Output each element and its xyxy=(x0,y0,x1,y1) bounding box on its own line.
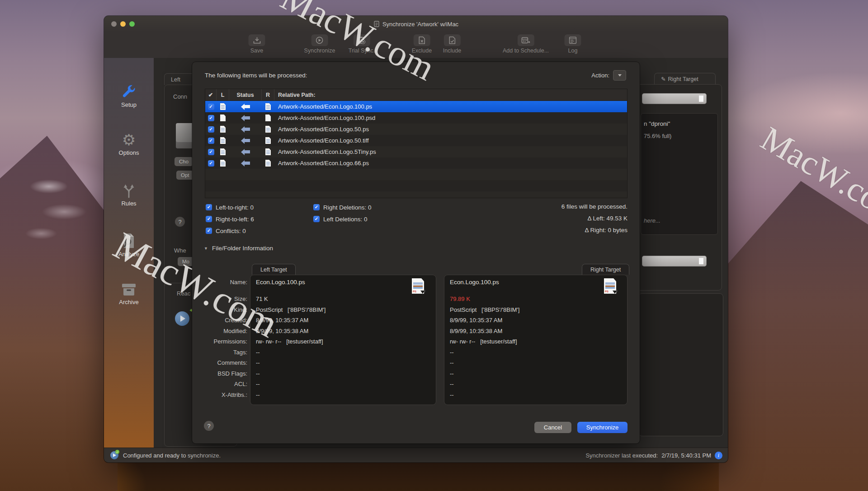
file-icon xyxy=(265,103,271,110)
file-folder-info-disclosure[interactable]: ▼ File/Folder Information xyxy=(204,245,273,252)
table-row[interactable]: Artwork-Assorted/Econ.Logo.66.ps xyxy=(205,157,627,169)
left-target-tab[interactable]: Left Target xyxy=(252,264,296,275)
options-popup-button[interactable]: Opt xyxy=(176,171,194,180)
right-target-dropdown[interactable] xyxy=(642,93,707,104)
table-row[interactable]: Artwork-Assorted/Econ.Logo.50.ps xyxy=(205,124,627,135)
info-row-label: Modified: xyxy=(223,328,247,334)
delta-right-text: Δ Right: 0 bytes xyxy=(561,227,627,235)
checkbox-icon[interactable] xyxy=(206,216,212,222)
info-right-value: Econ.Logo.100.ps xyxy=(450,279,499,286)
right-target-dropdown-2[interactable] xyxy=(642,256,707,267)
info-row-label: X-Attribs.: xyxy=(222,391,247,398)
row-checkbox[interactable] xyxy=(208,115,214,121)
file-menu-arrow-icon[interactable] xyxy=(420,291,425,294)
play-button[interactable] xyxy=(175,311,189,326)
sync-preview-sheet: The following items will be processed: A… xyxy=(192,62,640,443)
relative-path: Artwork-Assorted/Econ.Logo.50.tiff xyxy=(274,137,627,144)
right-target-tab-background[interactable]: ✎ Right Target xyxy=(654,73,716,85)
choose-button[interactable]: Cho xyxy=(175,157,193,166)
sheet-help-button[interactable]: ? xyxy=(204,421,214,431)
sidebar-item-setup[interactable]: Setup xyxy=(104,83,154,108)
trial-sync-icon xyxy=(353,34,370,46)
relative-path: Artwork-Assorted/Econ.Logo.50.ps xyxy=(274,126,627,133)
info-left-value: -- xyxy=(256,370,260,377)
column-header-l[interactable]: L xyxy=(217,89,229,100)
info-left-value: Econ.Logo.100.ps xyxy=(256,279,305,286)
row-checkbox[interactable] xyxy=(208,104,214,110)
file-icon xyxy=(265,148,271,155)
file-icon xyxy=(220,126,226,133)
action-dropdown-button[interactable] xyxy=(613,70,626,81)
right-target-info-panel xyxy=(641,113,718,235)
file-icon xyxy=(265,137,271,144)
column-header-status[interactable]: Status xyxy=(229,89,262,100)
action-label: Action: xyxy=(591,72,609,79)
table-row[interactable]: Artwork-Assorted/Econ.Logo.100.psd xyxy=(205,112,627,124)
add-to-schedule-button[interactable]: Add to Schedule... xyxy=(503,34,549,54)
info-right-value: PostScript ['8BPS'/'8BIM'] xyxy=(450,306,519,313)
row-checkbox[interactable] xyxy=(208,138,214,144)
left-arrow-icon xyxy=(245,128,250,131)
pencil-icon: ✎ xyxy=(661,76,665,82)
checkbox-icon[interactable] xyxy=(313,216,320,222)
info-left-value: 71 K xyxy=(256,296,268,302)
checkbox-icon[interactable] xyxy=(313,204,320,210)
checkbox-icon[interactable] xyxy=(206,228,212,234)
sync-status-icon: ✓ xyxy=(110,451,118,459)
info-right-value: 8/9/99, 10:35:37 AM xyxy=(450,317,502,324)
info-row-label: BSD Flags: xyxy=(217,370,247,377)
file-icon xyxy=(265,160,271,167)
cancel-button[interactable]: Cancel xyxy=(534,422,571,433)
conflicts-checkbox-row: Conflicts: 0 xyxy=(206,227,254,235)
column-header-r[interactable]: R xyxy=(262,89,274,100)
include-icon xyxy=(444,34,461,46)
relative-path: Artwork-Assorted/Econ.Logo.66.ps xyxy=(274,160,627,167)
bottom-right-panel xyxy=(638,293,723,436)
left-help-button[interactable]: ? xyxy=(175,217,185,227)
table-row[interactable]: Artwork-Assorted/Econ.Logo.100.ps xyxy=(205,101,627,112)
empty-table-row xyxy=(205,180,627,191)
connection-label: Conn xyxy=(173,93,187,100)
synchronize-confirm-button[interactable]: Synchronize xyxy=(577,422,627,433)
save-button[interactable]: Save xyxy=(249,34,265,54)
sidebar-item-analyze[interactable]: Analyze xyxy=(104,233,154,257)
last-executed-value: 2/7/19, 5:40:31 PM xyxy=(661,452,711,459)
right-target-tab[interactable]: Right Target xyxy=(582,264,629,275)
info-right-value: -- xyxy=(450,349,454,356)
mount-button[interactable]: Mo xyxy=(178,257,194,266)
right-to-left-checkbox-row: Right-to-left: 6 xyxy=(206,215,254,223)
sidebar: Setup ⚙ Options Rules Analyze Archive xyxy=(104,58,154,448)
sidebar-item-archive[interactable]: Archive xyxy=(104,282,154,305)
table-header: ✔ L Status R Relative Path: xyxy=(205,89,627,101)
left-to-right-checkbox-row: Left-to-right: 0 xyxy=(206,203,254,211)
info-right-value: -- xyxy=(450,391,454,398)
branch-arrows-icon xyxy=(121,184,137,198)
wrench-icon xyxy=(121,83,137,100)
window-title: Synchronize 'Artwork' w/iMac xyxy=(104,16,728,32)
drag-here-text: here... xyxy=(644,217,660,224)
row-checkbox[interactable] xyxy=(208,126,214,133)
checkbox-icon[interactable] xyxy=(206,204,212,210)
exclude-button[interactable]: Exclude xyxy=(412,34,432,54)
info-icon[interactable]: i xyxy=(715,452,722,459)
sidebar-item-options[interactable]: ⚙ Options xyxy=(104,132,154,156)
sidebar-item-rules[interactable]: Rules xyxy=(104,184,154,207)
table-row[interactable]: Artwork-Assorted/Econ.Logo.50.tiff xyxy=(205,135,627,146)
info-row-label: Kind: xyxy=(234,306,247,313)
row-checkbox[interactable] xyxy=(208,149,214,155)
info-row-label: Name: xyxy=(230,279,247,286)
file-menu-arrow-icon[interactable] xyxy=(613,291,617,294)
log-button[interactable]: Log xyxy=(565,34,581,54)
file-icon xyxy=(220,148,226,155)
include-button[interactable]: Include xyxy=(443,34,461,54)
info-left-value: -- xyxy=(256,349,260,356)
save-icon xyxy=(249,34,265,46)
synchronize-button[interactable]: Synchronize xyxy=(304,34,335,54)
column-header-check[interactable]: ✔ xyxy=(205,89,217,100)
info-left-value: -- xyxy=(256,381,260,387)
disclosure-triangle-icon: ▼ xyxy=(204,246,208,251)
row-checkbox[interactable] xyxy=(208,160,214,167)
table-row[interactable]: Artwork-Assorted/Econ.Logo.5Tiny.ps xyxy=(205,146,627,157)
trial-sync-button[interactable]: Trial Sync. xyxy=(349,34,375,54)
column-header-path[interactable]: Relative Path: xyxy=(274,89,627,100)
